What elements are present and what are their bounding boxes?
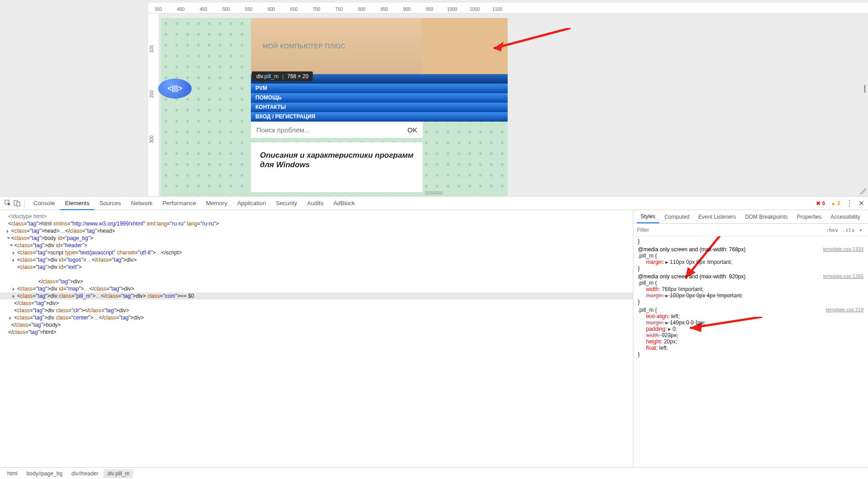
warning-count[interactable]: ▲ 2 xyxy=(830,200,840,207)
breadcrumb-item[interactable]: body#page_bg xyxy=(23,469,66,478)
inspect-icon[interactable] xyxy=(4,199,12,207)
dom-node[interactable]: <class="tag">div id="header"> xyxy=(0,242,633,249)
device-toolbar-icon[interactable] xyxy=(13,199,21,207)
dom-node[interactable]: <class="tag">div id="logos">…</class="ta… xyxy=(0,256,633,263)
styles-tabs: StylesComputedEvent ListenersDOM Breakpo… xyxy=(633,210,868,224)
styles-tab[interactable]: Styles xyxy=(637,211,659,223)
dom-node[interactable]: <class="tag">div class="pill_m">…</class… xyxy=(0,292,633,300)
content-heading: Описания и характеристики программ для W… xyxy=(260,150,414,170)
search-ok-button[interactable]: OK xyxy=(407,126,417,134)
styles-tab[interactable]: DOM Breakpoints xyxy=(741,211,792,223)
resize-handle-horizontal[interactable] xyxy=(425,192,443,194)
nav-item[interactable]: ПОМОЩЬ xyxy=(251,93,508,103)
resize-corner-icon[interactable] xyxy=(860,188,866,194)
dom-node[interactable]: <class="tag">div id="exit"> xyxy=(0,263,633,271)
styles-tool[interactable]: + xyxy=(857,226,864,234)
nav-item[interactable]: ВХОД / РЕГИСТРАЦИЯ xyxy=(251,112,508,122)
nav-item[interactable]: PVM xyxy=(251,84,508,93)
css-rule[interactable]: template.css:1333@media only screen and … xyxy=(638,246,863,272)
devtools-tab[interactable]: Memory xyxy=(201,197,232,209)
devtools-tabs: ConsoleElementsSourcesNetworkPerformance… xyxy=(0,197,868,210)
styles-filter-input[interactable] xyxy=(637,227,821,233)
dom-node[interactable]: <class="tag">body id="page_bg"> xyxy=(0,235,633,242)
styles-tab[interactable]: Computed xyxy=(661,211,693,223)
dom-node[interactable]: <class="tag">head>…</class="tag">head> xyxy=(0,227,633,235)
devtools-tab[interactable]: Security xyxy=(271,197,302,209)
styles-pane: StylesComputedEvent ListenersDOM Breakpo… xyxy=(633,210,868,467)
styles-tab[interactable]: Properties xyxy=(793,211,825,223)
resize-handle-vertical[interactable]: ||| xyxy=(863,84,864,93)
dom-node[interactable]: </class="tag">div> xyxy=(0,300,633,307)
css-source-link[interactable]: template.css:1333 xyxy=(823,246,863,252)
styles-tab[interactable]: Event Listeners xyxy=(695,211,740,223)
devtools-tab[interactable]: Network xyxy=(126,197,158,209)
breadcrumb[interactable]: htmlbody#page_bgdiv#headerdiv.pill_m xyxy=(0,467,868,479)
elements-tree[interactable]: <!doctype html><class="tag">html xmlns="… xyxy=(0,210,633,467)
kebab-icon[interactable]: ⋮ xyxy=(846,199,853,207)
devtools-tab[interactable]: Console xyxy=(28,197,60,209)
devtools-tab[interactable]: Performance xyxy=(157,197,201,209)
css-source-link[interactable]: template.css:219 xyxy=(826,307,863,312)
styles-tool[interactable]: .cls xyxy=(840,226,857,234)
dom-node[interactable]: </class="tag">div> xyxy=(0,278,633,285)
search-row: OK xyxy=(251,122,423,138)
css-rule[interactable]: } xyxy=(638,238,863,244)
dom-node[interactable]: <class="tag">div class="clr"></class="ta… xyxy=(0,307,633,314)
css-rule[interactable]: template.css:219.pill_m {text-align: lef… xyxy=(638,307,863,357)
highlight-overlay xyxy=(422,18,508,82)
dom-node[interactable]: </class="tag">body> xyxy=(0,321,633,329)
dom-node[interactable]: <class="tag">script type="text/javascrip… xyxy=(0,249,633,256)
content-block: Описания и характеристики программ для W… xyxy=(251,142,423,192)
devtools-tab[interactable]: Application xyxy=(232,197,271,209)
dom-node[interactable]: <class="tag">html xmlns="http://www.w3.o… xyxy=(0,220,633,227)
styles-tab[interactable]: Accessibility xyxy=(827,211,863,223)
devtools-viewport: 3504004505005506006507007508008509009501… xyxy=(0,0,868,196)
styles-filter: :hov.cls+ xyxy=(633,224,868,236)
devtools-tab[interactable]: Audits xyxy=(302,197,328,209)
ruler-vertical: 100200300 xyxy=(148,14,159,196)
nav-item[interactable]: КОНТАКТЫ xyxy=(251,103,508,112)
dom-node[interactable]: <class="tag">div id="map">…</class="tag"… xyxy=(0,285,633,292)
css-source-link[interactable]: template.css:1265 xyxy=(823,273,863,279)
css-rules[interactable]: }template.css:1333@media only screen and… xyxy=(633,236,868,467)
dom-node[interactable]: </class="tag">html> xyxy=(0,329,633,336)
site-title: МОЙ КОМПЬЮТЕР ПЛЮС xyxy=(263,42,345,50)
close-icon[interactable]: ✕ xyxy=(859,199,864,207)
css-rule[interactable]: template.css:1265@media only screen and … xyxy=(638,273,863,305)
breadcrumb-item[interactable]: div#header xyxy=(68,469,102,478)
styles-tool[interactable]: :hov xyxy=(824,226,840,234)
error-count[interactable]: ✖ 6 xyxy=(816,200,825,207)
element-tooltip: div.pill_m | 768 × 20 xyxy=(252,71,313,81)
svg-rect-6 xyxy=(17,202,20,206)
breadcrumb-item[interactable]: div.pill_m xyxy=(104,469,133,478)
devtools-tab[interactable]: Elements xyxy=(60,197,94,210)
devtools-panel: ConsoleElementsSourcesNetworkPerformance… xyxy=(0,196,868,479)
search-input[interactable] xyxy=(256,126,403,134)
breadcrumb-item[interactable]: html xyxy=(4,469,21,478)
dom-node[interactable] xyxy=(0,271,633,278)
rendered-page: МОЙ КОМПЬЮТЕР ПЛЮС ГЛАВНАЯPVMПОМОЩЬКОНТА… xyxy=(160,18,508,196)
dom-node[interactable]: <class="tag">div class="center">…</class… xyxy=(0,314,633,321)
devtools-tab[interactable]: AdBlock xyxy=(328,197,360,209)
inspect-badge[interactable]: <|||> xyxy=(158,79,192,99)
dom-node[interactable]: <!doctype html> xyxy=(0,213,633,220)
ruler-horizontal: 3504004505005506006507007508008509009501… xyxy=(148,3,868,14)
devtools-tab[interactable]: Sources xyxy=(94,197,126,209)
